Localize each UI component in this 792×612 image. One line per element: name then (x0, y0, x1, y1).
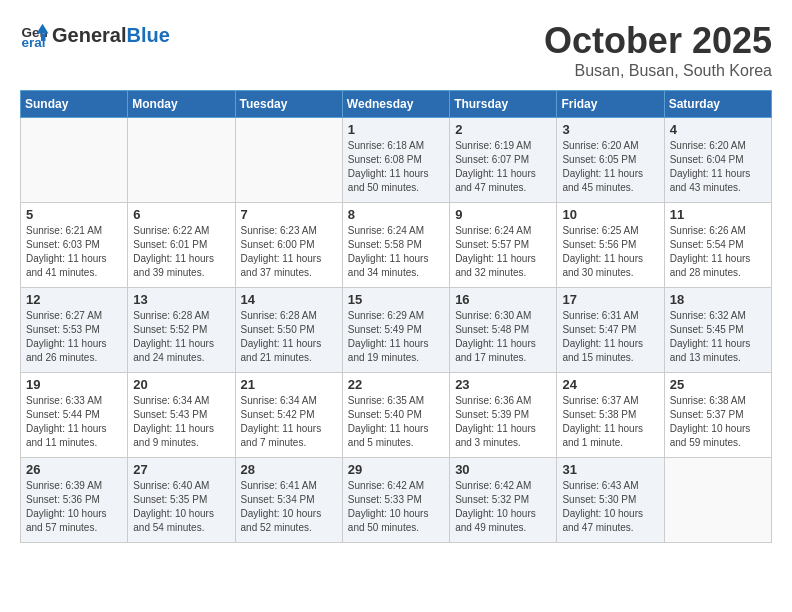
calendar-cell (664, 458, 771, 543)
day-info: Sunrise: 6:25 AM Sunset: 5:56 PM Dayligh… (562, 224, 658, 280)
weekday-header: Thursday (450, 91, 557, 118)
weekday-header: Tuesday (235, 91, 342, 118)
calendar-cell (235, 118, 342, 203)
day-number: 9 (455, 207, 551, 222)
calendar-cell: 20Sunrise: 6:34 AM Sunset: 5:43 PM Dayli… (128, 373, 235, 458)
calendar-week-row: 26Sunrise: 6:39 AM Sunset: 5:36 PM Dayli… (21, 458, 772, 543)
calendar-cell: 27Sunrise: 6:40 AM Sunset: 5:35 PM Dayli… (128, 458, 235, 543)
day-number: 18 (670, 292, 766, 307)
day-info: Sunrise: 6:36 AM Sunset: 5:39 PM Dayligh… (455, 394, 551, 450)
day-number: 20 (133, 377, 229, 392)
calendar-cell: 28Sunrise: 6:41 AM Sunset: 5:34 PM Dayli… (235, 458, 342, 543)
day-info: Sunrise: 6:21 AM Sunset: 6:03 PM Dayligh… (26, 224, 122, 280)
calendar-cell: 7Sunrise: 6:23 AM Sunset: 6:00 PM Daylig… (235, 203, 342, 288)
logo-blue: Blue (126, 24, 169, 46)
calendar-cell: 21Sunrise: 6:34 AM Sunset: 5:42 PM Dayli… (235, 373, 342, 458)
calendar-cell: 14Sunrise: 6:28 AM Sunset: 5:50 PM Dayli… (235, 288, 342, 373)
day-number: 22 (348, 377, 444, 392)
day-info: Sunrise: 6:40 AM Sunset: 5:35 PM Dayligh… (133, 479, 229, 535)
day-number: 31 (562, 462, 658, 477)
calendar-table: SundayMondayTuesdayWednesdayThursdayFrid… (20, 90, 772, 543)
day-info: Sunrise: 6:32 AM Sunset: 5:45 PM Dayligh… (670, 309, 766, 365)
calendar-cell (21, 118, 128, 203)
calendar-cell: 15Sunrise: 6:29 AM Sunset: 5:49 PM Dayli… (342, 288, 449, 373)
calendar-cell: 11Sunrise: 6:26 AM Sunset: 5:54 PM Dayli… (664, 203, 771, 288)
logo-icon: Gen eral (20, 20, 50, 50)
calendar-cell: 25Sunrise: 6:38 AM Sunset: 5:37 PM Dayli… (664, 373, 771, 458)
day-number: 16 (455, 292, 551, 307)
location: Busan, Busan, South Korea (544, 62, 772, 80)
day-number: 30 (455, 462, 551, 477)
day-number: 26 (26, 462, 122, 477)
day-info: Sunrise: 6:29 AM Sunset: 5:49 PM Dayligh… (348, 309, 444, 365)
day-info: Sunrise: 6:41 AM Sunset: 5:34 PM Dayligh… (241, 479, 337, 535)
logo: Gen eral GeneralBlue (20, 20, 170, 50)
day-info: Sunrise: 6:19 AM Sunset: 6:07 PM Dayligh… (455, 139, 551, 195)
day-info: Sunrise: 6:26 AM Sunset: 5:54 PM Dayligh… (670, 224, 766, 280)
calendar-cell: 29Sunrise: 6:42 AM Sunset: 5:33 PM Dayli… (342, 458, 449, 543)
day-number: 15 (348, 292, 444, 307)
day-number: 10 (562, 207, 658, 222)
calendar-cell: 3Sunrise: 6:20 AM Sunset: 6:05 PM Daylig… (557, 118, 664, 203)
weekday-header: Friday (557, 91, 664, 118)
calendar-cell: 30Sunrise: 6:42 AM Sunset: 5:32 PM Dayli… (450, 458, 557, 543)
calendar-cell: 22Sunrise: 6:35 AM Sunset: 5:40 PM Dayli… (342, 373, 449, 458)
logo-general: General (52, 24, 126, 46)
day-info: Sunrise: 6:24 AM Sunset: 5:57 PM Dayligh… (455, 224, 551, 280)
day-info: Sunrise: 6:35 AM Sunset: 5:40 PM Dayligh… (348, 394, 444, 450)
calendar-cell: 17Sunrise: 6:31 AM Sunset: 5:47 PM Dayli… (557, 288, 664, 373)
day-info: Sunrise: 6:20 AM Sunset: 6:05 PM Dayligh… (562, 139, 658, 195)
month-title: October 2025 (544, 20, 772, 62)
day-number: 25 (670, 377, 766, 392)
calendar-week-row: 19Sunrise: 6:33 AM Sunset: 5:44 PM Dayli… (21, 373, 772, 458)
day-info: Sunrise: 6:33 AM Sunset: 5:44 PM Dayligh… (26, 394, 122, 450)
day-info: Sunrise: 6:28 AM Sunset: 5:52 PM Dayligh… (133, 309, 229, 365)
weekday-header: Sunday (21, 91, 128, 118)
day-info: Sunrise: 6:42 AM Sunset: 5:33 PM Dayligh… (348, 479, 444, 535)
day-info: Sunrise: 6:37 AM Sunset: 5:38 PM Dayligh… (562, 394, 658, 450)
calendar-cell: 13Sunrise: 6:28 AM Sunset: 5:52 PM Dayli… (128, 288, 235, 373)
day-number: 17 (562, 292, 658, 307)
day-number: 1 (348, 122, 444, 137)
day-number: 24 (562, 377, 658, 392)
day-info: Sunrise: 6:34 AM Sunset: 5:42 PM Dayligh… (241, 394, 337, 450)
day-number: 13 (133, 292, 229, 307)
calendar-cell: 24Sunrise: 6:37 AM Sunset: 5:38 PM Dayli… (557, 373, 664, 458)
day-info: Sunrise: 6:20 AM Sunset: 6:04 PM Dayligh… (670, 139, 766, 195)
day-info: Sunrise: 6:34 AM Sunset: 5:43 PM Dayligh… (133, 394, 229, 450)
day-number: 28 (241, 462, 337, 477)
day-number: 2 (455, 122, 551, 137)
calendar-cell: 9Sunrise: 6:24 AM Sunset: 5:57 PM Daylig… (450, 203, 557, 288)
calendar-cell: 26Sunrise: 6:39 AM Sunset: 5:36 PM Dayli… (21, 458, 128, 543)
day-info: Sunrise: 6:22 AM Sunset: 6:01 PM Dayligh… (133, 224, 229, 280)
weekday-header-row: SundayMondayTuesdayWednesdayThursdayFrid… (21, 91, 772, 118)
calendar-cell: 12Sunrise: 6:27 AM Sunset: 5:53 PM Dayli… (21, 288, 128, 373)
calendar-cell: 23Sunrise: 6:36 AM Sunset: 5:39 PM Dayli… (450, 373, 557, 458)
day-info: Sunrise: 6:31 AM Sunset: 5:47 PM Dayligh… (562, 309, 658, 365)
day-number: 12 (26, 292, 122, 307)
day-info: Sunrise: 6:23 AM Sunset: 6:00 PM Dayligh… (241, 224, 337, 280)
day-number: 3 (562, 122, 658, 137)
day-number: 5 (26, 207, 122, 222)
title-block: October 2025 Busan, Busan, South Korea (544, 20, 772, 80)
day-info: Sunrise: 6:38 AM Sunset: 5:37 PM Dayligh… (670, 394, 766, 450)
day-number: 21 (241, 377, 337, 392)
calendar-week-row: 5Sunrise: 6:21 AM Sunset: 6:03 PM Daylig… (21, 203, 772, 288)
calendar-week-row: 1Sunrise: 6:18 AM Sunset: 6:08 PM Daylig… (21, 118, 772, 203)
calendar-cell: 31Sunrise: 6:43 AM Sunset: 5:30 PM Dayli… (557, 458, 664, 543)
page-header: Gen eral GeneralBlue October 2025 Busan,… (20, 20, 772, 80)
day-info: Sunrise: 6:24 AM Sunset: 5:58 PM Dayligh… (348, 224, 444, 280)
day-info: Sunrise: 6:30 AM Sunset: 5:48 PM Dayligh… (455, 309, 551, 365)
day-number: 6 (133, 207, 229, 222)
day-info: Sunrise: 6:18 AM Sunset: 6:08 PM Dayligh… (348, 139, 444, 195)
day-number: 8 (348, 207, 444, 222)
day-info: Sunrise: 6:27 AM Sunset: 5:53 PM Dayligh… (26, 309, 122, 365)
day-info: Sunrise: 6:28 AM Sunset: 5:50 PM Dayligh… (241, 309, 337, 365)
weekday-header: Wednesday (342, 91, 449, 118)
calendar-cell: 5Sunrise: 6:21 AM Sunset: 6:03 PM Daylig… (21, 203, 128, 288)
calendar-cell: 18Sunrise: 6:32 AM Sunset: 5:45 PM Dayli… (664, 288, 771, 373)
day-number: 29 (348, 462, 444, 477)
day-info: Sunrise: 6:43 AM Sunset: 5:30 PM Dayligh… (562, 479, 658, 535)
calendar-week-row: 12Sunrise: 6:27 AM Sunset: 5:53 PM Dayli… (21, 288, 772, 373)
calendar-cell: 2Sunrise: 6:19 AM Sunset: 6:07 PM Daylig… (450, 118, 557, 203)
